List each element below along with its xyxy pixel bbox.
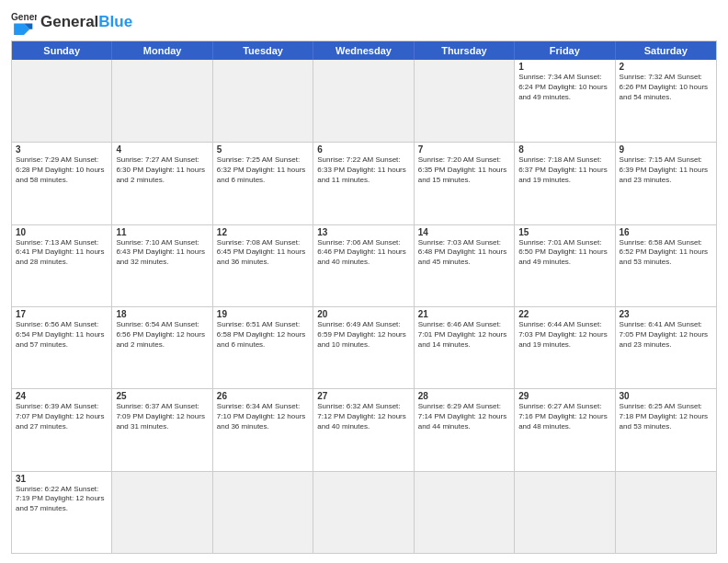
day-info: Sunrise: 6:54 AM Sunset: 6:56 PM Dayligh…: [116, 320, 208, 350]
weekday-header-friday: Friday: [515, 41, 615, 60]
day-info: Sunrise: 7:25 AM Sunset: 6:32 PM Dayligh…: [217, 155, 309, 185]
day-info: Sunrise: 7:03 AM Sunset: 6:48 PM Dayligh…: [418, 238, 510, 268]
day-info: Sunrise: 6:56 AM Sunset: 6:54 PM Dayligh…: [16, 320, 108, 350]
day-info: Sunrise: 6:46 AM Sunset: 7:01 PM Dayligh…: [418, 320, 510, 350]
calendar-row-2: 10Sunrise: 7:13 AM Sunset: 6:41 PM Dayli…: [12, 224, 716, 306]
calendar-cell: [112, 60, 212, 142]
day-info: Sunrise: 6:41 AM Sunset: 7:05 PM Dayligh…: [620, 320, 712, 350]
calendar-cell: 29Sunrise: 6:27 AM Sunset: 7:16 PM Dayli…: [515, 389, 615, 470]
day-number: 3: [16, 144, 108, 155]
calendar: SundayMondayTuesdayWednesdayThursdayFrid…: [11, 40, 717, 554]
day-number: 20: [317, 309, 409, 319]
calendar-cell: 28Sunrise: 6:29 AM Sunset: 7:14 PM Dayli…: [415, 389, 515, 470]
logo: General GeneralBlue: [11, 9, 132, 35]
calendar-cell: 21Sunrise: 6:46 AM Sunset: 7:01 PM Dayli…: [415, 307, 515, 388]
day-info: Sunrise: 7:10 AM Sunset: 6:43 PM Dayligh…: [116, 238, 208, 268]
day-number: 13: [317, 227, 409, 237]
calendar-cell: [313, 472, 414, 553]
day-number: 11: [116, 227, 208, 237]
page: General GeneralBlue SundayMondayTuesdayW…: [0, 0, 728, 563]
calendar-cell: [313, 60, 414, 142]
day-info: Sunrise: 6:34 AM Sunset: 7:10 PM Dayligh…: [217, 402, 309, 431]
calendar-cell: [415, 60, 515, 142]
day-info: Sunrise: 7:08 AM Sunset: 6:45 PM Dayligh…: [217, 238, 309, 268]
day-number: 31: [16, 474, 108, 484]
day-number: 14: [418, 227, 510, 237]
calendar-cell: [112, 472, 212, 553]
day-info: Sunrise: 6:32 AM Sunset: 7:12 PM Dayligh…: [317, 402, 409, 431]
calendar-cell: 4Sunrise: 7:27 AM Sunset: 6:30 PM Daylig…: [112, 143, 212, 224]
day-number: 25: [116, 391, 208, 401]
day-number: 7: [418, 144, 510, 155]
calendar-cell: 31Sunrise: 6:22 AM Sunset: 7:19 PM Dayli…: [12, 472, 112, 553]
calendar-cell: 13Sunrise: 7:06 AM Sunset: 6:46 PM Dayli…: [313, 225, 414, 306]
day-info: Sunrise: 6:25 AM Sunset: 7:18 PM Dayligh…: [620, 402, 712, 431]
day-info: Sunrise: 7:29 AM Sunset: 6:28 PM Dayligh…: [16, 155, 108, 185]
day-number: 23: [620, 309, 712, 319]
day-number: 12: [217, 227, 309, 237]
day-number: 28: [418, 391, 510, 401]
calendar-cell: 30Sunrise: 6:25 AM Sunset: 7:18 PM Dayli…: [616, 389, 716, 470]
svg-text:General: General: [11, 12, 37, 22]
calendar-cell: 5Sunrise: 7:25 AM Sunset: 6:32 PM Daylig…: [213, 143, 313, 224]
calendar-cell: [415, 472, 515, 553]
day-info: Sunrise: 6:29 AM Sunset: 7:14 PM Dayligh…: [418, 402, 510, 431]
calendar-row-3: 17Sunrise: 6:56 AM Sunset: 6:54 PM Dayli…: [12, 306, 716, 388]
generalblue-logo-icon: General: [11, 9, 37, 35]
logo-text: GeneralBlue: [40, 14, 132, 31]
calendar-cell: 23Sunrise: 6:41 AM Sunset: 7:05 PM Dayli…: [616, 307, 716, 388]
day-info: Sunrise: 7:34 AM Sunset: 6:24 PM Dayligh…: [518, 73, 610, 102]
day-info: Sunrise: 6:27 AM Sunset: 7:16 PM Dayligh…: [518, 402, 610, 431]
calendar-cell: 12Sunrise: 7:08 AM Sunset: 6:45 PM Dayli…: [213, 225, 313, 306]
weekday-header-saturday: Saturday: [616, 41, 716, 60]
calendar-cell: 25Sunrise: 6:37 AM Sunset: 7:09 PM Dayli…: [112, 389, 212, 470]
day-info: Sunrise: 7:22 AM Sunset: 6:33 PM Dayligh…: [317, 155, 409, 185]
calendar-cell: [213, 472, 313, 553]
day-number: 10: [16, 227, 108, 237]
weekday-header-tuesday: Tuesday: [213, 41, 313, 60]
day-info: Sunrise: 6:39 AM Sunset: 7:07 PM Dayligh…: [16, 402, 108, 431]
calendar-cell: 1Sunrise: 7:34 AM Sunset: 6:24 PM Daylig…: [515, 60, 615, 142]
calendar-cell: 22Sunrise: 6:44 AM Sunset: 7:03 PM Dayli…: [515, 307, 615, 388]
calendar-cell: 11Sunrise: 7:10 AM Sunset: 6:43 PM Dayli…: [112, 225, 212, 306]
day-number: 30: [620, 391, 712, 401]
calendar-cell: 19Sunrise: 6:51 AM Sunset: 6:58 PM Dayli…: [213, 307, 313, 388]
calendar-cell: 2Sunrise: 7:32 AM Sunset: 6:26 PM Daylig…: [616, 60, 716, 142]
calendar-row-0: 1Sunrise: 7:34 AM Sunset: 6:24 PM Daylig…: [12, 60, 716, 142]
weekday-header-sunday: Sunday: [12, 41, 112, 60]
calendar-cell: 26Sunrise: 6:34 AM Sunset: 7:10 PM Dayli…: [213, 389, 313, 470]
day-number: 5: [217, 144, 309, 155]
calendar-cell: 6Sunrise: 7:22 AM Sunset: 6:33 PM Daylig…: [313, 143, 414, 224]
day-number: 29: [518, 391, 610, 401]
day-number: 1: [518, 62, 610, 72]
header: General GeneralBlue: [11, 9, 717, 35]
day-info: Sunrise: 6:37 AM Sunset: 7:09 PM Dayligh…: [116, 402, 208, 431]
calendar-cell: 9Sunrise: 7:15 AM Sunset: 6:39 PM Daylig…: [616, 143, 716, 224]
calendar-row-4: 24Sunrise: 6:39 AM Sunset: 7:07 PM Dayli…: [12, 388, 716, 470]
day-number: 15: [518, 227, 610, 237]
day-info: Sunrise: 6:49 AM Sunset: 6:59 PM Dayligh…: [317, 320, 409, 350]
calendar-cell: [515, 472, 615, 553]
calendar-cell: [213, 60, 313, 142]
calendar-cell: 17Sunrise: 6:56 AM Sunset: 6:54 PM Dayli…: [12, 307, 112, 388]
day-number: 16: [620, 227, 712, 237]
day-info: Sunrise: 6:44 AM Sunset: 7:03 PM Dayligh…: [518, 320, 610, 350]
calendar-header: SundayMondayTuesdayWednesdayThursdayFrid…: [12, 41, 716, 60]
day-number: 24: [16, 391, 108, 401]
day-info: Sunrise: 7:06 AM Sunset: 6:46 PM Dayligh…: [317, 238, 409, 268]
calendar-cell: 15Sunrise: 7:01 AM Sunset: 6:50 PM Dayli…: [515, 225, 615, 306]
calendar-row-1: 3Sunrise: 7:29 AM Sunset: 6:28 PM Daylig…: [12, 142, 716, 224]
day-number: 26: [217, 391, 309, 401]
calendar-row-5: 31Sunrise: 6:22 AM Sunset: 7:19 PM Dayli…: [12, 471, 716, 553]
day-number: 6: [317, 144, 409, 155]
day-info: Sunrise: 7:27 AM Sunset: 6:30 PM Dayligh…: [116, 155, 208, 185]
day-info: Sunrise: 7:18 AM Sunset: 6:37 PM Dayligh…: [518, 155, 610, 185]
day-number: 19: [217, 309, 309, 319]
day-number: 17: [16, 309, 108, 319]
calendar-cell: 20Sunrise: 6:49 AM Sunset: 6:59 PM Dayli…: [313, 307, 414, 388]
day-info: Sunrise: 7:20 AM Sunset: 6:35 PM Dayligh…: [418, 155, 510, 185]
day-info: Sunrise: 7:32 AM Sunset: 6:26 PM Dayligh…: [620, 73, 712, 102]
calendar-cell: 8Sunrise: 7:18 AM Sunset: 6:37 PM Daylig…: [515, 143, 615, 224]
day-info: Sunrise: 7:01 AM Sunset: 6:50 PM Dayligh…: [518, 238, 610, 268]
calendar-cell: 16Sunrise: 6:58 AM Sunset: 6:52 PM Dayli…: [616, 225, 716, 306]
